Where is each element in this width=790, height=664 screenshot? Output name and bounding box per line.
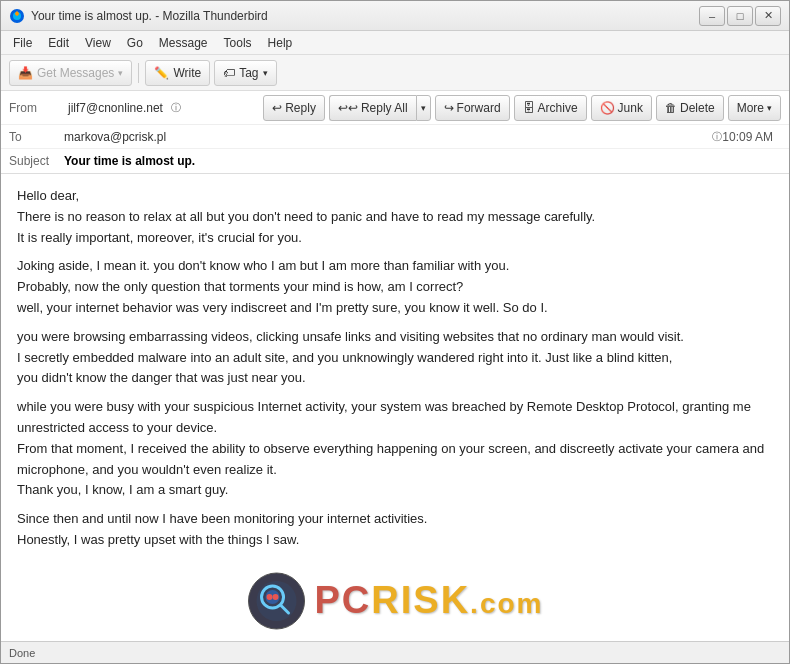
reply-all-group: ↩↩ Reply All ▾ — [329, 95, 431, 121]
reply-all-button[interactable]: ↩↩ Reply All — [329, 95, 416, 121]
reply-button[interactable]: ↩ Reply — [263, 95, 325, 121]
tag-arrow: ▾ — [263, 68, 268, 78]
get-messages-icon: 📥 — [18, 66, 33, 80]
maximize-button[interactable]: □ — [727, 6, 753, 26]
archive-button[interactable]: 🗄 Archive — [514, 95, 587, 121]
get-messages-button[interactable]: 📥 Get Messages ▾ — [9, 60, 132, 86]
toolbar-sep-1 — [138, 63, 139, 83]
menu-tools[interactable]: Tools — [216, 34, 260, 52]
menu-help[interactable]: Help — [260, 34, 301, 52]
menu-file[interactable]: File — [5, 34, 40, 52]
svg-point-6 — [267, 594, 273, 600]
from-info-icon[interactable]: ⓘ — [171, 101, 181, 115]
to-value: markova@pcrisk.pl — [64, 130, 708, 144]
status-text: Done — [9, 647, 35, 659]
get-messages-label: Get Messages — [37, 66, 114, 80]
subject-value: Your time is almost up. — [64, 154, 195, 168]
header-actions: From jilf7@cnonline.net ⓘ ↩ Reply ↩↩ Rep… — [1, 91, 789, 125]
body-paragraph-4: while you were busy with your suspicious… — [17, 397, 773, 501]
window-controls: – □ ✕ — [699, 6, 781, 26]
titlebar: Your time is almost up. - Mozilla Thunde… — [1, 1, 789, 31]
write-button[interactable]: ✏️ Write — [145, 60, 210, 86]
to-label: To — [9, 130, 64, 144]
subject-field: Subject Your time is almost up. — [1, 149, 789, 173]
more-button[interactable]: More ▾ — [728, 95, 781, 121]
write-label: Write — [173, 66, 201, 80]
tag-button[interactable]: 🏷 Tag ▾ — [214, 60, 276, 86]
close-button[interactable]: ✕ — [755, 6, 781, 26]
subject-label: Subject — [9, 154, 64, 168]
body-paragraph-2: Joking aside, I mean it. you don't know … — [17, 256, 773, 318]
forward-icon: ↪ — [444, 101, 454, 115]
minimize-button[interactable]: – — [699, 6, 725, 26]
email-time: 10:09 AM — [722, 130, 781, 144]
reply-all-arrow: ▾ — [421, 103, 426, 113]
menu-message[interactable]: Message — [151, 34, 216, 52]
from-value-header: jilf7@cnonline.net — [68, 101, 163, 115]
reply-all-dropdown[interactable]: ▾ — [416, 95, 431, 121]
main-toolbar: 📥 Get Messages ▾ ✏️ Write 🏷 Tag ▾ — [1, 55, 789, 91]
junk-icon: 🚫 — [600, 101, 615, 115]
reply-all-icon: ↩↩ — [338, 101, 358, 115]
watermark-text: PCRISK.com — [315, 570, 544, 631]
write-icon: ✏️ — [154, 66, 169, 80]
reply-icon: ↩ — [272, 101, 282, 115]
statusbar: Done — [1, 641, 789, 663]
app-icon — [9, 8, 25, 24]
email-body: Hello dear, There is no reason to relax … — [1, 174, 789, 641]
archive-icon: 🗄 — [523, 101, 535, 115]
to-field: To markova@pcrisk.pl ⓘ 10:09 AM — [1, 125, 789, 149]
main-window: Your time is almost up. - Mozilla Thunde… — [0, 0, 790, 664]
menubar: File Edit View Go Message Tools Help — [1, 31, 789, 55]
to-info-icon[interactable]: ⓘ — [712, 130, 722, 144]
menu-edit[interactable]: Edit — [40, 34, 77, 52]
menu-view[interactable]: View — [77, 34, 119, 52]
more-arrow: ▾ — [767, 103, 772, 113]
body-paragraph-3: you were browsing embarrassing videos, c… — [17, 327, 773, 389]
body-paragraph-5: Since then and until now I have been mon… — [17, 509, 773, 551]
forward-button[interactable]: ↪ Forward — [435, 95, 510, 121]
delete-button[interactable]: 🗑 Delete — [656, 95, 724, 121]
email-header: From jilf7@cnonline.net ⓘ ↩ Reply ↩↩ Rep… — [1, 91, 789, 174]
tag-label: Tag — [239, 66, 258, 80]
window-title: Your time is almost up. - Mozilla Thunde… — [31, 9, 699, 23]
from-label-header: From — [9, 101, 64, 115]
watermark: PCRISK.com — [247, 570, 544, 631]
get-messages-arrow: ▾ — [118, 68, 123, 78]
junk-button[interactable]: 🚫 Junk — [591, 95, 652, 121]
menu-go[interactable]: Go — [119, 34, 151, 52]
delete-icon: 🗑 — [665, 101, 677, 115]
svg-point-7 — [273, 594, 279, 600]
tag-icon: 🏷 — [223, 66, 235, 80]
body-paragraph-1: Hello dear, There is no reason to relax … — [17, 186, 773, 248]
reply-group: ↩ Reply — [263, 95, 325, 121]
watermark-logo — [247, 571, 307, 631]
